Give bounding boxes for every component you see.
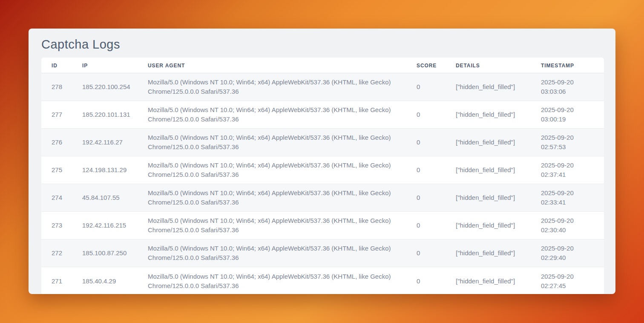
cell-details: ["hidden_field_filled"] bbox=[446, 267, 531, 294]
cell-details: ["hidden_field_filled"] bbox=[446, 239, 531, 267]
page-title: Captcha Logs bbox=[41, 36, 604, 53]
cell-ip: 185.220.100.254 bbox=[72, 73, 138, 101]
column-header-ip: IP bbox=[72, 58, 138, 73]
cell-score: 0 bbox=[406, 129, 446, 156]
cell-ip: 192.42.116.215 bbox=[72, 212, 138, 239]
cell-timestamp: 2025-09-20 02:33:41 bbox=[531, 184, 604, 212]
cell-details: ["hidden_field_filled"] bbox=[446, 184, 531, 212]
cell-timestamp: 2025-09-20 03:03:06 bbox=[531, 73, 604, 101]
cell-timestamp: 2025-09-20 02:37:41 bbox=[531, 156, 604, 184]
cell-score: 0 bbox=[406, 239, 446, 267]
table-body: 278185.220.100.254Mozilla/5.0 (Windows N… bbox=[41, 73, 604, 294]
cell-id: 276 bbox=[41, 129, 72, 156]
cell-ip: 185.40.4.29 bbox=[72, 267, 138, 294]
cell-score: 0 bbox=[406, 267, 446, 294]
column-header-score: SCORE bbox=[406, 58, 446, 73]
page-background: Captcha Logs IDIPUSER AGENTSCOREDETAILST… bbox=[0, 0, 644, 323]
column-header-timestamp: TIMESTAMP bbox=[531, 58, 604, 73]
cell-score: 0 bbox=[406, 184, 446, 212]
cell-id: 274 bbox=[41, 184, 72, 212]
column-header-user_agent: USER AGENT bbox=[138, 58, 406, 73]
column-header-details: DETAILS bbox=[446, 58, 531, 73]
cell-ip: 192.42.116.27 bbox=[72, 129, 138, 156]
cell-timestamp: 2025-09-20 02:57:53 bbox=[531, 129, 604, 156]
cell-user_agent: Mozilla/5.0 (Windows NT 10.0; Win64; x64… bbox=[138, 212, 406, 239]
cell-id: 278 bbox=[41, 73, 72, 101]
cell-user_agent: Mozilla/5.0 (Windows NT 10.0; Win64; x64… bbox=[138, 73, 406, 101]
cell-details: ["hidden_field_filled"] bbox=[446, 129, 531, 156]
cell-id: 273 bbox=[41, 212, 72, 239]
cell-ip: 45.84.107.55 bbox=[72, 184, 138, 212]
table-header-row: IDIPUSER AGENTSCOREDETAILSTIMESTAMP bbox=[41, 58, 604, 73]
cell-ip: 185.220.101.131 bbox=[72, 101, 138, 129]
table-row: 271185.40.4.29Mozilla/5.0 (Windows NT 10… bbox=[41, 267, 604, 294]
cell-user_agent: Mozilla/5.0 (Windows NT 10.0; Win64; x64… bbox=[138, 129, 406, 156]
cell-id: 277 bbox=[41, 101, 72, 129]
cell-id: 271 bbox=[41, 267, 72, 294]
table-row: 27445.84.107.55Mozilla/5.0 (Windows NT 1… bbox=[41, 184, 604, 212]
cell-timestamp: 2025-09-20 02:27:45 bbox=[531, 267, 604, 294]
cell-details: ["hidden_field_filled"] bbox=[446, 212, 531, 239]
table-row: 277185.220.101.131Mozilla/5.0 (Windows N… bbox=[41, 101, 604, 129]
cell-user_agent: Mozilla/5.0 (Windows NT 10.0; Win64; x64… bbox=[138, 156, 406, 184]
cell-user_agent: Mozilla/5.0 (Windows NT 10.0; Win64; x64… bbox=[138, 184, 406, 212]
cell-details: ["hidden_field_filled"] bbox=[446, 156, 531, 184]
table-row: 272185.100.87.250Mozilla/5.0 (Windows NT… bbox=[41, 239, 604, 267]
cell-user_agent: Mozilla/5.0 (Windows NT 10.0; Win64; x64… bbox=[138, 239, 406, 267]
table-row: 276192.42.116.27Mozilla/5.0 (Windows NT … bbox=[41, 129, 604, 156]
table-row: 275124.198.131.29Mozilla/5.0 (Windows NT… bbox=[41, 156, 604, 184]
cell-id: 272 bbox=[41, 239, 72, 267]
cell-user_agent: Mozilla/5.0 (Windows NT 10.0; Win64; x64… bbox=[138, 267, 406, 294]
cell-score: 0 bbox=[406, 156, 446, 184]
table-row: 273192.42.116.215Mozilla/5.0 (Windows NT… bbox=[41, 212, 604, 239]
cell-details: ["hidden_field_filled"] bbox=[446, 73, 531, 101]
cell-score: 0 bbox=[406, 73, 446, 101]
cell-timestamp: 2025-09-20 02:29:40 bbox=[531, 239, 604, 267]
table-row: 278185.220.100.254Mozilla/5.0 (Windows N… bbox=[41, 73, 604, 101]
cell-timestamp: 2025-09-20 02:30:40 bbox=[531, 212, 604, 239]
cell-score: 0 bbox=[406, 101, 446, 129]
captcha-logs-card: Captcha Logs IDIPUSER AGENTSCOREDETAILST… bbox=[29, 29, 615, 294]
cell-timestamp: 2025-09-20 03:00:19 bbox=[531, 101, 604, 129]
cell-user_agent: Mozilla/5.0 (Windows NT 10.0; Win64; x64… bbox=[138, 101, 406, 129]
table-head: IDIPUSER AGENTSCOREDETAILSTIMESTAMP bbox=[41, 58, 604, 73]
logs-table-container: IDIPUSER AGENTSCOREDETAILSTIMESTAMP 2781… bbox=[41, 58, 604, 294]
cell-details: ["hidden_field_filled"] bbox=[446, 101, 531, 129]
column-header-id: ID bbox=[41, 58, 72, 73]
cell-score: 0 bbox=[406, 212, 446, 239]
cell-ip: 124.198.131.29 bbox=[72, 156, 138, 184]
cell-ip: 185.100.87.250 bbox=[72, 239, 138, 267]
cell-id: 275 bbox=[41, 156, 72, 184]
captcha-logs-table: IDIPUSER AGENTSCOREDETAILSTIMESTAMP 2781… bbox=[41, 58, 604, 294]
